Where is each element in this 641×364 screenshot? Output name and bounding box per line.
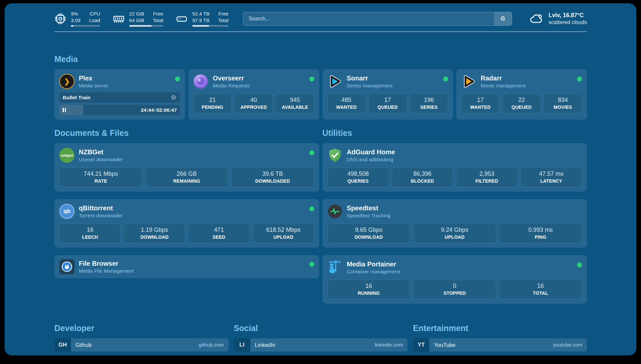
bookmark-abbr: LI xyxy=(234,338,250,351)
weather-widget: Lviv, 16.87°C scattered clouds xyxy=(529,12,587,26)
status-dot xyxy=(577,262,582,267)
section-title-entertainment: Entertainment xyxy=(413,323,587,333)
service-card-qbittorrent[interactable]: qb qBittorrent Torrent downloader 16LEEC… xyxy=(54,199,319,248)
speedtest-icon xyxy=(327,204,343,219)
stat-queries: 498,508QUERIES xyxy=(327,167,389,187)
service-description: Container management xyxy=(347,269,400,275)
weather-condition: scattered clouds xyxy=(548,19,587,25)
service-card-portainer[interactable]: Media Portainer Container management 16R… xyxy=(322,255,587,304)
service-description: Media Requests xyxy=(213,83,250,89)
status-dot xyxy=(577,76,582,81)
stat-leech: 16LEECH xyxy=(59,224,121,243)
memory-total-value: 64 GiB xyxy=(129,17,144,24)
stat-series: 196SERIES xyxy=(410,94,448,113)
stat-upload: 9.24 GbpsUPLOAD xyxy=(413,224,496,243)
service-name: Radarr xyxy=(481,74,526,82)
search-provider-button[interactable]: G xyxy=(494,12,512,25)
stat-approved: 40APPROVED xyxy=(234,94,273,113)
gear-icon xyxy=(170,94,177,101)
ram-icon xyxy=(113,13,125,25)
filebrowser-icon xyxy=(59,259,75,274)
status-dot xyxy=(309,262,314,267)
disk-progress-fill xyxy=(192,25,209,27)
sonarr-icon xyxy=(327,74,343,89)
bookmark-abbr: GH xyxy=(54,338,71,351)
bookmark-name: YouTube xyxy=(434,342,455,348)
memory-free-label: Free xyxy=(153,11,163,17)
service-description: DNS and adblocking xyxy=(347,157,395,163)
cpu-usage-label: CPU xyxy=(89,11,100,17)
player-progress-row: 24:44/02:06:47 xyxy=(59,105,180,115)
qbittorrent-icon: qb xyxy=(59,204,75,219)
service-card-filebrowser[interactable]: File Browser Media File Management xyxy=(54,255,319,278)
stat-available: 945AVAILABLE xyxy=(276,94,314,113)
service-name: Sonarr xyxy=(347,74,393,82)
memory-free-value: 22 GiB xyxy=(129,11,144,17)
disk-stat: 52.4 TB 97.9 TB Free Total xyxy=(176,11,229,27)
stat-running: 16RUNNING xyxy=(327,280,411,299)
stat-seed: 471SEED xyxy=(188,224,250,243)
service-name: AdGuard Home xyxy=(347,148,395,156)
service-description: Media File Management xyxy=(79,268,134,274)
bookmark-youtube[interactable]: YT YouTube youtube.com xyxy=(413,338,587,351)
status-dot xyxy=(443,76,448,81)
now-playing-title: Bullet Train xyxy=(63,95,90,101)
service-card-nzbget[interactable]: nzbget NZBGet Usenet downloader 744.21 M… xyxy=(54,143,319,192)
stat-latency: 47.57 msLATENCY xyxy=(521,167,582,187)
bookmark-linkedin[interactable]: LI LinkedIn linkedin.com xyxy=(234,338,408,351)
memory-total-label: Total xyxy=(153,17,163,24)
top-bar: 9% 3.09 CPU Load xyxy=(54,11,587,27)
section-documents-files: Documents & Files nzbget NZBGet Usenet d… xyxy=(54,128,319,304)
service-card-adguard[interactable]: AdGuard Home DNS and adblocking 498,508Q… xyxy=(322,143,587,192)
service-description: Movie management xyxy=(481,83,526,89)
service-name: Plex xyxy=(79,74,108,82)
stat-wanted: 485WANTED xyxy=(327,94,366,113)
now-playing-row: Bullet Train xyxy=(59,92,180,103)
stat-movies: 834MOVIES xyxy=(544,94,582,113)
stat-ping: 0.993 msPING xyxy=(499,224,582,243)
status-dot xyxy=(309,150,314,155)
service-name: Speedtest xyxy=(347,204,391,212)
search-bar: G xyxy=(243,12,512,26)
memory-stat: 22 GiB 64 GiB Free Total xyxy=(113,11,164,27)
section-media: Media ❯ Plex Media server Bullet Train xyxy=(54,54,587,120)
stat-blocked: 86,396BLOCKED xyxy=(392,167,453,187)
cpu-progress-track xyxy=(71,25,100,27)
search-input[interactable] xyxy=(243,12,512,26)
bookmark-name: LinkedIn xyxy=(255,342,275,348)
service-card-sonarr[interactable]: Sonarr Series management 485WANTED 17QUE… xyxy=(322,69,453,120)
cloud-icon xyxy=(529,12,544,26)
service-name: Overseerr xyxy=(213,74,250,82)
section-title-social: Social xyxy=(234,323,408,333)
service-card-radarr[interactable]: Radarr Movie management 17WANTED 22QUEUE… xyxy=(456,69,587,120)
cpu-icon xyxy=(54,13,66,25)
weather-location-temp: Lviv, 16.87°C xyxy=(548,12,587,19)
service-card-plex[interactable]: ❯ Plex Media server Bullet Train xyxy=(54,69,185,120)
bookmark-name: Github xyxy=(76,342,92,348)
section-utilities: Utilities xyxy=(322,128,587,304)
dashboard-page: 9% 3.09 CPU Load xyxy=(5,3,636,355)
stat-queued: 17QUEUED xyxy=(369,94,407,113)
disk-total-label: Total xyxy=(218,17,229,24)
section-developer: Developer GH Github github.com SO StackO… xyxy=(54,323,229,355)
player-time: 24:44/02:06:47 xyxy=(141,107,177,113)
service-name: qBittorrent xyxy=(79,204,123,212)
stat-total: 16TOTAL xyxy=(499,280,582,299)
section-title-utilities: Utilities xyxy=(322,128,587,138)
service-card-overseerr[interactable]: Overseerr Media Requests 21PENDING 40APP… xyxy=(188,69,319,120)
section-title-developer: Developer xyxy=(54,323,229,333)
stat-download: 9.65 GbpsDOWNLOAD xyxy=(327,224,411,243)
stat-rate: 744.21 MbpsRATE xyxy=(59,167,142,187)
service-card-speedtest[interactable]: Speedtest Speedtest Tracking 9.65 GbpsDO… xyxy=(322,199,587,248)
nzbget-icon: nzbget xyxy=(59,148,75,163)
section-social: Social LI LinkedIn linkedin.com TW Twitt… xyxy=(234,323,408,355)
service-name: File Browser xyxy=(79,259,134,267)
service-description: Usenet downloader xyxy=(79,157,123,163)
overseerr-icon xyxy=(193,74,208,89)
service-description: Media server xyxy=(79,83,108,89)
service-name: NZBGet xyxy=(79,148,123,156)
bookmark-github[interactable]: GH Github github.com xyxy=(54,338,229,351)
service-description: Torrent downloader xyxy=(79,213,123,219)
stat-queued: 22QUEUED xyxy=(503,94,541,113)
disk-icon xyxy=(176,13,188,25)
